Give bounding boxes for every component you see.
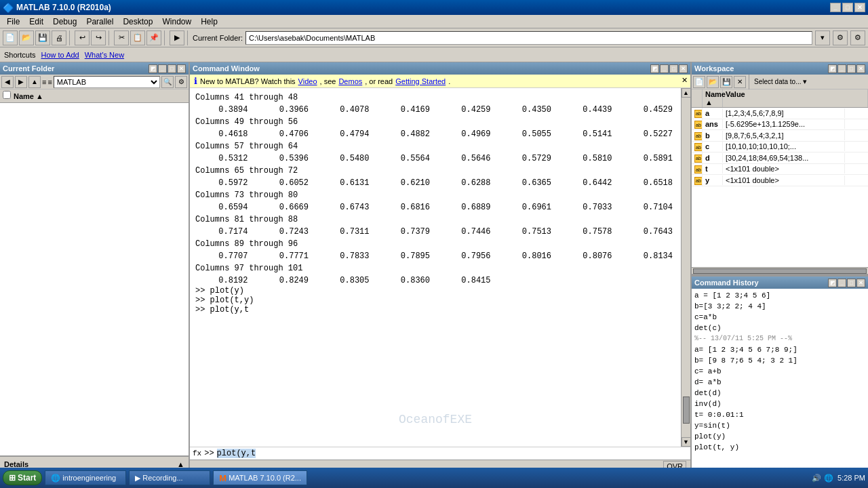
whats-new-link[interactable]: What's New <box>85 51 124 59</box>
cf-search-button[interactable]: 🔍 <box>161 76 174 88</box>
cf-name-col[interactable]: Name ▲ <box>14 92 186 100</box>
history-entry[interactable]: plot(y) <box>694 431 865 442</box>
cf-folder-select[interactable]: MATLAB <box>54 76 160 88</box>
ws-variable-row[interactable]: ab t <1x101 double> <box>692 164 868 176</box>
close-button[interactable]: ✕ <box>854 3 865 12</box>
cut-button[interactable]: ✂ <box>114 30 129 45</box>
cf-back-button[interactable]: ◀ <box>1 76 14 88</box>
ws-name-col-header[interactable]: Name ▲ <box>703 89 723 107</box>
select-data-arrow[interactable]: ▾ <box>803 77 807 86</box>
folder-action-button[interactable]: ⚙ <box>833 30 848 45</box>
cmd-output[interactable]: Columns 41 through 480.38940.39660.40780… <box>190 88 681 447</box>
undo-button[interactable]: ↩ <box>75 30 90 45</box>
scroll-thumb[interactable] <box>683 396 690 424</box>
menu-debug[interactable]: Debug <box>49 16 81 28</box>
cmd-minimize-button[interactable]: _ <box>660 64 669 73</box>
video-link[interactable]: Video <box>298 77 317 85</box>
cf-forward-button[interactable]: ▶ <box>15 76 27 88</box>
demos-link[interactable]: Demos <box>338 77 362 85</box>
menu-help[interactable]: Help <box>197 16 222 28</box>
getting-started-link[interactable]: Getting Started <box>395 77 446 85</box>
ws-variable-row[interactable]: ab ans [-5.6295e+13,1.1259e... <box>692 119 868 131</box>
ws-delete-button[interactable]: ✕ <box>734 76 746 88</box>
taskbar-introengineering[interactable]: 🌐 introengineering <box>45 470 126 485</box>
notification-period: . <box>448 77 450 85</box>
menu-edit[interactable]: Edit <box>25 16 47 28</box>
history-entry[interactable]: t= 0:0.01:1 <box>694 409 865 420</box>
undock-button[interactable]: ◩ <box>149 64 157 73</box>
redo-button[interactable]: ↪ <box>91 30 106 45</box>
cf-close-button[interactable]: ✕ <box>177 64 186 73</box>
menu-desktop[interactable]: Desktop <box>119 16 157 28</box>
scroll-up-button[interactable]: ▲ <box>682 88 691 98</box>
paste-button[interactable]: 📌 <box>146 30 161 45</box>
ws-save-button[interactable]: 💾 <box>720 76 732 88</box>
ws-variable-row[interactable]: ab a [1,2,3;4,5,6;7,8,9] <box>692 108 868 119</box>
cmd-close-button[interactable]: ✕ <box>679 64 688 73</box>
history-entry[interactable]: c=a*b <box>694 312 865 323</box>
taskbar-recording[interactable]: ▶ Recording... <box>129 470 210 485</box>
ch-close-button[interactable]: ✕ <box>856 279 865 287</box>
cf-settings-button[interactable]: ⚙ <box>175 76 187 88</box>
ws-open-button[interactable]: 📂 <box>707 76 719 88</box>
menu-window[interactable]: Window <box>158 16 195 28</box>
history-entry[interactable]: d= a*b <box>694 377 865 388</box>
new-file-button[interactable]: 📄 <box>3 30 18 45</box>
notification-close[interactable]: ✕ <box>682 76 688 85</box>
history-entry[interactable]: a= [1 2 3;4 5 6 7;8 9;] <box>694 344 865 355</box>
scroll-track[interactable] <box>682 98 690 437</box>
menu-parallel[interactable]: Parallel <box>82 16 117 28</box>
ws-new-button[interactable]: 📄 <box>693 76 705 88</box>
history-entry[interactable]: inv(d) <box>694 399 865 409</box>
history-entry[interactable]: det(c) <box>694 323 865 333</box>
history-entry[interactable]: c= a+b <box>694 366 865 377</box>
ws-variable-row[interactable]: ab b [9,8,7;6,5,4;3,2,1] <box>692 130 868 142</box>
ws-variable-row[interactable]: ab y <1x101 double> <box>692 175 868 186</box>
history-entry[interactable]: b= [9 8 7;6 5 4; 3 2 1] <box>694 355 865 366</box>
ws-maximize-button[interactable]: □ <box>847 64 856 73</box>
ws-hscroll-thumb[interactable] <box>693 268 867 274</box>
history-entry[interactable]: a = [1 2 3;4 5 6] <box>694 290 865 301</box>
history-entry[interactable]: b=[3 3;2 2; 4 4] <box>694 301 865 312</box>
start-button[interactable]: ⊞ Start <box>3 470 42 485</box>
ws-var-value: <1x101 double> <box>723 176 845 185</box>
ws-icon-col <box>692 89 703 107</box>
ws-undock-button[interactable]: ◩ <box>828 64 837 73</box>
ws-variable-row[interactable]: ab c [10,10,10;10,10,10;... <box>692 142 868 153</box>
data-row: 0.38940.39660.40780.41690.42590.43500.44… <box>193 104 678 115</box>
cf-select-all[interactable] <box>3 91 11 99</box>
folder-extra-button[interactable]: ⚙ <box>850 30 865 45</box>
cmd-maximize-button[interactable]: □ <box>669 64 678 73</box>
cmd-scrollbar[interactable]: ▲ ▼ <box>681 88 690 447</box>
maximize-button[interactable]: □ <box>842 3 853 12</box>
ws-value-col-header[interactable]: Value <box>723 89 868 107</box>
folder-path-input[interactable] <box>245 31 812 45</box>
ws-hscrollbar[interactable] <box>692 267 868 274</box>
cmd-undock-button[interactable]: ◩ <box>650 64 659 73</box>
cmd-current-input[interactable]: plot(y,t <box>217 449 256 458</box>
history-entry[interactable]: plot(t, y) <box>694 442 865 453</box>
ch-undock-button[interactable]: ◩ <box>828 279 837 287</box>
data-cell: 0.8192 <box>193 275 254 286</box>
open-button[interactable]: 📂 <box>19 30 34 45</box>
ws-variable-row[interactable]: ab d [30,24,18;84,69,54;138... <box>692 152 868 164</box>
copy-button[interactable]: 📋 <box>130 30 145 45</box>
scroll-down-button[interactable]: ▼ <box>682 437 691 447</box>
ch-maximize-button[interactable]: □ <box>847 279 856 287</box>
cf-minimize-button[interactable]: _ <box>158 64 167 73</box>
cf-maximize-button[interactable]: □ <box>167 64 176 73</box>
taskbar-matlab[interactable]: M MATLAB 7.10.0 (R2... <box>213 470 307 485</box>
run-button[interactable]: ▶ <box>170 30 184 45</box>
history-entry[interactable]: y=sin(t) <box>694 420 865 431</box>
ch-minimize-button[interactable]: _ <box>837 279 846 287</box>
ws-minimize-button[interactable]: _ <box>837 64 846 73</box>
how-to-add-link[interactable]: How to Add <box>41 51 79 59</box>
folder-browse-button[interactable]: ▾ <box>815 30 830 45</box>
cf-up-button[interactable]: ▲ <box>28 76 41 88</box>
history-entry[interactable]: det(d) <box>694 388 865 399</box>
print-button[interactable]: 🖨 <box>52 30 66 45</box>
ws-close-button[interactable]: ✕ <box>856 64 865 73</box>
save-button[interactable]: 💾 <box>35 30 50 45</box>
minimize-button[interactable]: _ <box>830 3 841 12</box>
menu-file[interactable]: File <box>3 16 24 28</box>
